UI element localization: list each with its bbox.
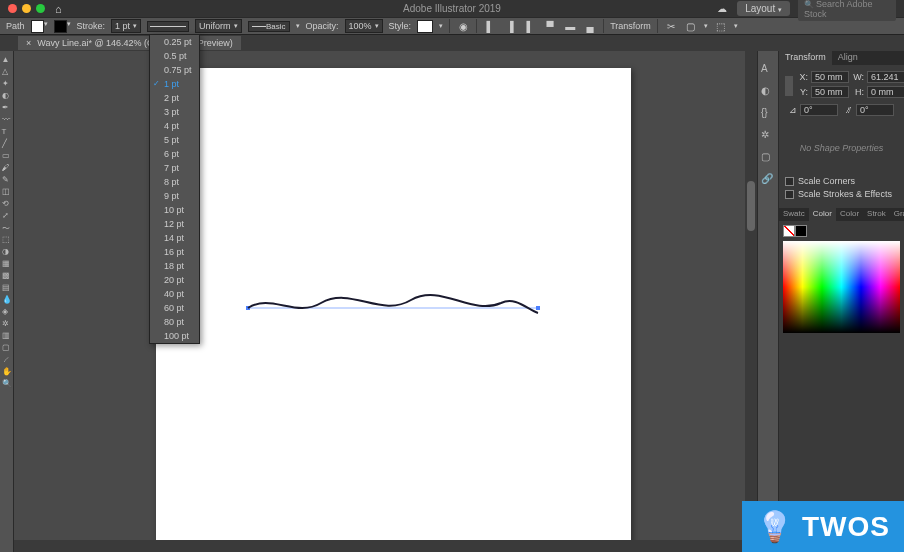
hand-tool-icon[interactable]: ✋: [2, 367, 12, 377]
mesh-tool-icon[interactable]: ▩: [2, 271, 12, 281]
stroke-weight-option[interactable]: 0.25 pt: [150, 35, 199, 49]
stroke-weight-option[interactable]: 40 pt: [150, 287, 199, 301]
rotate-input[interactable]: [800, 104, 838, 116]
artboard[interactable]: [156, 68, 631, 548]
fill-stroke-indicator[interactable]: [779, 221, 904, 241]
search-adobe-stock[interactable]: Search Adobe Stock: [798, 0, 896, 21]
stroke-swatch[interactable]: [54, 20, 67, 33]
slice-tool-icon[interactable]: ⟋: [2, 355, 12, 365]
align-bottom-icon[interactable]: ▄: [583, 19, 597, 33]
symbols-icon[interactable]: ✲: [761, 129, 775, 143]
curvature-tool-icon[interactable]: 〰: [2, 115, 12, 125]
symbol-sprayer-icon[interactable]: ✲: [2, 319, 12, 329]
vertical-scrollbar[interactable]: [745, 51, 757, 552]
minimize-window-button[interactable]: [22, 4, 31, 13]
selection-tool-icon[interactable]: ▲: [2, 55, 12, 65]
direct-selection-tool-icon[interactable]: △: [2, 67, 12, 77]
y-input[interactable]: [811, 86, 849, 98]
scale-corners-option[interactable]: Scale Corners: [785, 176, 898, 186]
stroke-weight-dropdown[interactable]: 0.25 pt0.5 pt0.75 pt1 pt2 pt3 pt4 pt5 pt…: [149, 34, 200, 344]
stroke-weight-option[interactable]: 7 pt: [150, 161, 199, 175]
anchor-end[interactable]: [536, 306, 540, 310]
libraries-strip-icon[interactable]: ▢: [761, 151, 775, 165]
align-center-icon[interactable]: ▐: [503, 19, 517, 33]
scale-strokes-option[interactable]: Scale Strokes & Effects: [785, 189, 898, 199]
close-window-button[interactable]: [8, 4, 17, 13]
gradient-tool-icon[interactable]: ▤: [2, 283, 12, 293]
close-tab-icon[interactable]: ×: [26, 38, 31, 48]
horizontal-scrollbar[interactable]: [14, 540, 745, 552]
stroke-black-swatch[interactable]: [795, 225, 807, 237]
links-icon[interactable]: 🔗: [761, 173, 775, 187]
css-icon[interactable]: {}: [761, 107, 775, 121]
home-icon[interactable]: ⌂: [55, 3, 62, 15]
maximize-window-button[interactable]: [36, 4, 45, 13]
stroke-weight-option[interactable]: 3 pt: [150, 105, 199, 119]
stroke-weight-option[interactable]: 16 pt: [150, 245, 199, 259]
properties-icon[interactable]: A: [761, 63, 775, 77]
tab-stroke-panel[interactable]: Strok: [863, 208, 890, 221]
asset-export-icon[interactable]: ◐: [761, 85, 775, 99]
align-right-icon[interactable]: ▌: [523, 19, 537, 33]
align-middle-icon[interactable]: ▬: [563, 19, 577, 33]
rectangle-tool-icon[interactable]: ▭: [2, 151, 12, 161]
shaper-tool-icon[interactable]: ✎: [2, 175, 12, 185]
stroke-weight-option[interactable]: 12 pt: [150, 217, 199, 231]
transform-link[interactable]: Transform: [610, 21, 651, 31]
stroke-weight-option[interactable]: 1 pt: [150, 77, 199, 91]
tab-color-guide[interactable]: Color: [836, 208, 863, 221]
stroke-weight-option[interactable]: 14 pt: [150, 231, 199, 245]
stroke-weight-option[interactable]: 20 pt: [150, 273, 199, 287]
wavy-line-path[interactable]: [248, 295, 538, 313]
stroke-weight-option[interactable]: 6 pt: [150, 147, 199, 161]
stroke-profile-value[interactable]: Uniform▾: [195, 19, 242, 33]
style-swatch[interactable]: [417, 20, 433, 33]
scale-tool-icon[interactable]: ⤢: [2, 211, 12, 221]
isolate-icon[interactable]: ✂: [664, 19, 678, 33]
w-input[interactable]: [867, 71, 904, 83]
shear-input[interactable]: [856, 104, 894, 116]
fill-stroke-swatches[interactable]: ▾: [31, 20, 48, 33]
document-tab[interactable]: × Wavy Line.ai* @ 146.42% (CMYK/GPU Prev…: [18, 36, 241, 50]
type-tool-icon[interactable]: T: [2, 127, 12, 137]
free-transform-icon[interactable]: ⬚: [2, 235, 12, 245]
opacity-input[interactable]: 100%▾: [345, 19, 383, 33]
shape-builder-icon[interactable]: ◑: [2, 247, 12, 257]
width-tool-icon[interactable]: 〜: [2, 223, 12, 233]
brush-dropdown[interactable]: Basic: [248, 21, 290, 32]
stroke-weight-option[interactable]: 80 pt: [150, 315, 199, 329]
tab-gradient[interactable]: Gradie: [890, 208, 904, 221]
tab-transform[interactable]: Transform: [779, 51, 832, 65]
blend-tool-icon[interactable]: ◈: [2, 307, 12, 317]
stroke-weight-option[interactable]: 5 pt: [150, 133, 199, 147]
align-left-icon[interactable]: ▌: [483, 19, 497, 33]
align-top-icon[interactable]: ▀: [543, 19, 557, 33]
stroke-weight-option[interactable]: 60 pt: [150, 301, 199, 315]
cloud-icon[interactable]: ☁: [715, 2, 729, 16]
stroke-weight-input[interactable]: 1 pt▾: [111, 19, 141, 33]
eraser-tool-icon[interactable]: ◫: [2, 187, 12, 197]
stroke-profile-dropdown[interactable]: [147, 21, 189, 32]
scrollbar-thumb[interactable]: [747, 181, 755, 231]
lasso-tool-icon[interactable]: ◐: [2, 91, 12, 101]
scale-corners-checkbox[interactable]: [785, 177, 794, 186]
stroke-weight-option[interactable]: 8 pt: [150, 175, 199, 189]
stroke-weight-option[interactable]: 18 pt: [150, 259, 199, 273]
line-tool-icon[interactable]: ╱: [2, 139, 12, 149]
fill-none-swatch[interactable]: [783, 225, 795, 237]
stroke-weight-option[interactable]: 9 pt: [150, 189, 199, 203]
scale-strokes-checkbox[interactable]: [785, 190, 794, 199]
brush-tool-icon[interactable]: 🖌: [2, 163, 12, 173]
eyedropper-icon[interactable]: 💧: [2, 295, 12, 305]
color-spectrum[interactable]: [783, 241, 900, 333]
rotate-tool-icon[interactable]: ⟲: [2, 199, 12, 209]
tab-swatches[interactable]: Swatc: [779, 208, 809, 221]
artboard-tool-icon[interactable]: ▢: [2, 343, 12, 353]
stroke-weight-option[interactable]: 4 pt: [150, 119, 199, 133]
tab-color[interactable]: Color: [809, 208, 836, 221]
stroke-weight-option[interactable]: 0.75 pt: [150, 63, 199, 77]
graph-tool-icon[interactable]: ▥: [2, 331, 12, 341]
edit-in-icon[interactable]: ▢: [684, 19, 698, 33]
x-input[interactable]: [811, 71, 849, 83]
canvas-area[interactable]: [14, 51, 757, 552]
